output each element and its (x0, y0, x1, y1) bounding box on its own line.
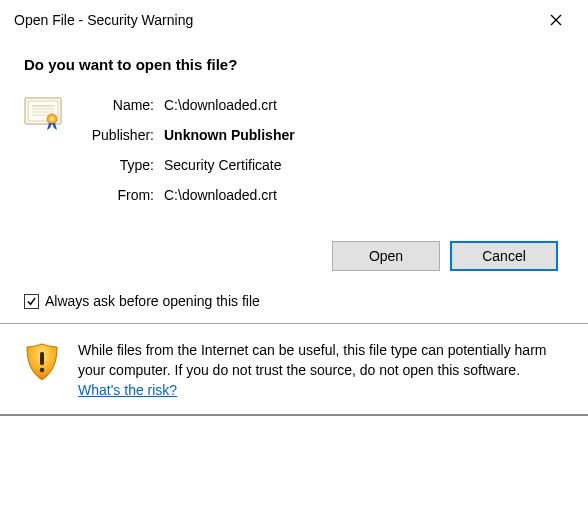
from-label: From: (76, 185, 164, 205)
name-label: Name: (76, 95, 164, 115)
close-button[interactable] (538, 6, 574, 34)
cancel-button[interactable]: Cancel (450, 241, 558, 271)
always-ask-label: Always ask before opening this file (45, 293, 260, 309)
whats-the-risk-link[interactable]: What's the risk? (78, 382, 177, 398)
svg-point-9 (50, 117, 55, 122)
title-bar: Open File - Security Warning (0, 0, 588, 38)
type-value: Security Certificate (164, 155, 281, 175)
always-ask-checkbox[interactable] (24, 294, 39, 309)
field-from: From: C:\downloaded.crt (76, 185, 564, 205)
name-value: C:\downloaded.crt (164, 95, 277, 115)
field-list: Name: C:\downloaded.crt Publisher: Unkno… (76, 95, 564, 215)
field-type: Type: Security Certificate (76, 155, 564, 175)
file-info: Name: C:\downloaded.crt Publisher: Unkno… (24, 95, 564, 215)
warning-footer: While files from the Internet can be use… (0, 324, 588, 416)
button-row: Open Cancel (24, 241, 564, 271)
check-icon (26, 296, 37, 307)
publisher-label: Publisher: (76, 125, 164, 145)
dialog-content: Do you want to open this file? Name: C:\… (0, 38, 588, 309)
dialog-heading: Do you want to open this file? (24, 56, 564, 73)
always-ask-row: Always ask before opening this file (24, 293, 564, 309)
open-button[interactable]: Open (332, 241, 440, 271)
svg-rect-10 (40, 352, 44, 365)
certificate-icon (24, 95, 76, 134)
type-label: Type: (76, 155, 164, 175)
shield-warning-icon (24, 340, 64, 385)
warning-text: While files from the Internet can be use… (78, 340, 564, 400)
field-name: Name: C:\downloaded.crt (76, 95, 564, 115)
window-title: Open File - Security Warning (14, 12, 193, 28)
svg-point-11 (40, 368, 45, 373)
publisher-value: Unknown Publisher (164, 125, 295, 145)
warning-message: While files from the Internet can be use… (78, 342, 546, 378)
from-value: C:\downloaded.crt (164, 185, 277, 205)
field-publisher: Publisher: Unknown Publisher (76, 125, 564, 145)
close-icon (550, 14, 562, 26)
